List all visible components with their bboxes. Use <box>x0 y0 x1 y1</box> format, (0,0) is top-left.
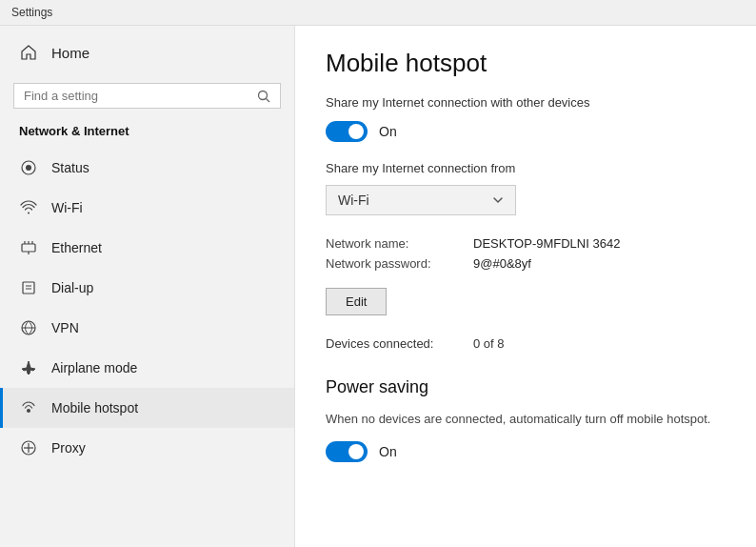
sidebar-item-proxy-label: Proxy <box>51 440 86 456</box>
title-bar: Settings <box>0 0 756 26</box>
svg-point-3 <box>26 165 31 171</box>
title-bar-label: Settings <box>11 6 52 19</box>
sidebar-item-vpn[interactable]: VPN <box>0 308 294 348</box>
home-label: Home <box>51 45 90 61</box>
home-icon <box>19 43 38 62</box>
sidebar-item-vpn-label: VPN <box>51 320 79 335</box>
power-saving-toggle-label: On <box>379 444 397 459</box>
share-toggle[interactable] <box>326 121 368 142</box>
dropdown-value: Wi-Fi <box>338 192 369 208</box>
proxy-icon <box>19 438 38 457</box>
vpn-icon <box>19 318 38 337</box>
power-saving-title: Power saving <box>326 377 726 397</box>
sidebar-item-dialup-label: Dial-up <box>51 280 93 295</box>
share-toggle-label: On <box>379 124 397 139</box>
section-label: Network & Internet <box>0 120 294 148</box>
share-connection-label: Share my Internet connection with other … <box>326 95 726 110</box>
search-box[interactable] <box>13 83 281 109</box>
sidebar-item-status-label: Status <box>51 160 90 175</box>
sidebar-item-status[interactable]: Status <box>0 148 294 188</box>
network-name-row: Network name: DESKTOP-9MFDLNI 3642 <box>326 236 726 251</box>
sidebar-item-ethernet-label: Ethernet <box>51 240 102 255</box>
dialup-icon <box>19 278 38 297</box>
sidebar-item-hotspot[interactable]: Mobile hotspot <box>0 388 294 428</box>
network-password-row: Network password: 9@#0&8yf <box>326 256 726 271</box>
content-area: Mobile hotspot Share my Internet connect… <box>295 26 756 547</box>
devices-connected-label: Devices connected: <box>326 336 473 351</box>
status-icon <box>19 158 38 177</box>
main-container: Home Network & Internet Status <box>0 26 756 547</box>
hotspot-icon <box>19 398 38 417</box>
sidebar-item-wifi[interactable]: Wi-Fi <box>0 188 294 228</box>
sidebar-item-wifi-label: Wi-Fi <box>51 200 83 215</box>
sidebar-item-airplane[interactable]: Airplane mode <box>0 348 294 388</box>
ethernet-icon <box>19 238 38 257</box>
network-name-value: DESKTOP-9MFDLNI 3642 <box>473 236 620 251</box>
sidebar: Home Network & Internet Status <box>0 26 295 547</box>
search-icon <box>257 90 270 103</box>
svg-rect-4 <box>22 244 35 252</box>
sidebar-item-dialup[interactable]: Dial-up <box>0 268 294 308</box>
svg-line-1 <box>267 98 270 102</box>
svg-point-14 <box>27 409 30 413</box>
sidebar-item-proxy[interactable]: Proxy <box>0 428 294 468</box>
share-from-label: Share my Internet connection from <box>326 161 726 175</box>
wifi-icon <box>19 198 38 217</box>
network-password-value: 9@#0&8yf <box>473 256 531 271</box>
svg-point-0 <box>259 91 268 99</box>
sidebar-item-airplane-label: Airplane mode <box>51 360 137 375</box>
sidebar-item-hotspot-label: Mobile hotspot <box>51 400 138 415</box>
share-toggle-row: On <box>326 121 726 142</box>
chevron-down-icon <box>492 194 504 206</box>
sidebar-item-ethernet[interactable]: Ethernet <box>0 228 294 268</box>
sidebar-home-button[interactable]: Home <box>0 26 294 79</box>
network-info: Network name: DESKTOP-9MFDLNI 3642 Netwo… <box>326 236 726 271</box>
network-name-label: Network name: <box>326 236 473 251</box>
devices-connected-row: Devices connected: 0 of 8 <box>326 336 726 351</box>
connection-source-dropdown[interactable]: Wi-Fi <box>326 185 516 215</box>
network-password-label: Network password: <box>326 256 473 271</box>
page-title: Mobile hotspot <box>326 49 726 78</box>
power-saving-toggle-row: On <box>326 441 726 462</box>
search-input[interactable] <box>24 89 257 103</box>
svg-rect-9 <box>23 282 34 294</box>
airplane-icon <box>19 358 38 377</box>
devices-connected-value: 0 of 8 <box>473 336 505 351</box>
power-saving-description: When no devices are connected, automatic… <box>326 411 726 428</box>
edit-button[interactable]: Edit <box>326 288 387 315</box>
power-saving-toggle[interactable] <box>326 441 368 462</box>
